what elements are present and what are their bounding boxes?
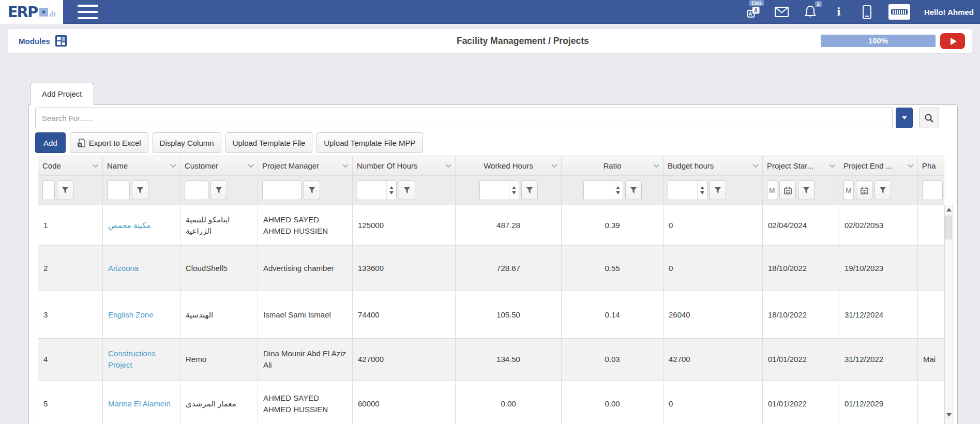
table-scrollbar[interactable] [944, 205, 953, 424]
project-link[interactable]: English Zone [108, 310, 154, 319]
cell-project-end: 31/12/2022 [839, 339, 918, 381]
cell-worked-hours: 134.50 [456, 339, 562, 381]
table-row[interactable]: 4 Constructions Project Remo Dina Mounir… [38, 339, 944, 381]
table-row[interactable]: 3 English Zone الهندسية Ismael Sami Isma… [38, 291, 944, 339]
tab-add-project[interactable]: Add Project [30, 83, 94, 105]
filter-cell-phase [918, 176, 944, 205]
scroll-up-icon[interactable] [946, 208, 952, 211]
end-date-filter-input[interactable] [843, 180, 854, 200]
search-input[interactable] [35, 108, 893, 128]
phone-icon[interactable] [860, 0, 875, 24]
project-link[interactable]: Constructions Project [108, 349, 156, 369]
scrollbar-thumb[interactable] [945, 216, 952, 239]
table-row[interactable]: 1 مكينة محمص ايتامكو للتنمية الزراعية AH… [38, 205, 944, 246]
ratio-filter-button[interactable] [625, 180, 642, 200]
mail-icon[interactable] [775, 0, 789, 24]
cell-name: English Zone [103, 291, 180, 339]
translate-icon: A [747, 5, 760, 19]
search-dropdown-button[interactable] [896, 108, 913, 128]
search-button[interactable] [919, 108, 939, 128]
cell-number-of-hours: 133600 [353, 246, 456, 291]
spinner-control[interactable] [386, 181, 396, 200]
logo-bars-icon [50, 8, 55, 17]
project-link[interactable]: مكينة محمص [108, 221, 150, 230]
col-header-phase[interactable]: Pha [918, 156, 944, 176]
app-logo[interactable]: ERP + [0, 0, 63, 24]
cell-budget-hours: 0 [664, 381, 763, 424]
ratio-filter-input[interactable] [584, 181, 613, 200]
table-row[interactable]: 5 Marina El Alamein معمار المرشدى AHMED … [38, 381, 944, 424]
calendar-icon [784, 187, 792, 194]
cell-code: 5 [38, 381, 103, 424]
hours-filter-input[interactable] [357, 181, 386, 200]
cell-worked-hours: 728.67 [456, 246, 562, 291]
funnel-icon [308, 187, 315, 194]
name-filter-input[interactable] [107, 180, 130, 200]
cell-name: Constructions Project [103, 339, 180, 381]
chevron-down-icon [93, 164, 99, 168]
spinner-up-icon [389, 186, 394, 189]
hours-filter-button[interactable] [399, 180, 415, 200]
worked-filter-input[interactable] [480, 181, 509, 200]
export-excel-button[interactable]: x Export to Excel [70, 132, 148, 153]
progress-bar: 100% [821, 35, 936, 47]
start-date-calendar-button[interactable] [779, 180, 796, 200]
cell-ratio: 0.14 [562, 291, 664, 339]
logo-plus-icon: + [39, 8, 48, 17]
add-button[interactable]: Add [35, 132, 66, 153]
col-header-customer[interactable]: Customer [180, 156, 258, 176]
display-column-button[interactable]: Display Column [153, 132, 221, 153]
language-switcher[interactable]: ENG A [746, 0, 761, 24]
info-icon[interactable]: i [832, 0, 846, 24]
filter-cell-worked-hours [456, 176, 562, 205]
end-date-calendar-button[interactable] [856, 180, 872, 200]
col-header-project-start[interactable]: Project Star... [763, 156, 839, 176]
chevron-down-icon [653, 164, 659, 168]
start-date-filter-input[interactable] [767, 180, 777, 200]
spinner-control[interactable] [613, 181, 623, 200]
col-header-budget-hours[interactable]: Budget hours [664, 156, 763, 176]
name-filter-button[interactable] [132, 180, 148, 200]
budget-filter-button[interactable] [710, 180, 726, 200]
project-link[interactable]: Arizoona [108, 264, 139, 272]
project-link[interactable]: Marina El Alamein [108, 399, 171, 408]
customer-filter-input[interactable] [185, 180, 208, 200]
modules-button[interactable]: Modules [19, 29, 67, 53]
cell-project-manager: Ismael Sami Ismael [258, 291, 353, 339]
col-header-ratio[interactable]: Ratio [562, 156, 664, 176]
budget-filter-input[interactable] [668, 181, 697, 200]
spinner-control[interactable] [697, 181, 707, 200]
table-row[interactable]: 2 Arizoona CloudShell5 Advertising chamb… [38, 246, 944, 291]
language-badge: ENG [749, 0, 764, 6]
code-filter-button[interactable] [57, 180, 73, 200]
worked-filter-button[interactable] [521, 180, 538, 200]
filter-cell-project-end [839, 176, 918, 205]
code-filter-input[interactable] [42, 180, 55, 200]
hamburger-menu-icon[interactable] [78, 5, 98, 19]
cell-phase [918, 381, 944, 424]
col-header-name[interactable]: Name [103, 156, 180, 176]
project-manager-filter-button[interactable] [304, 180, 320, 200]
upload-template-mpp-button[interactable]: Upload Template File MPP [316, 132, 423, 153]
top-navbar: ERP + ENG A 2 [0, 0, 980, 24]
user-greeting: Hello! Ahmed [924, 8, 974, 17]
col-header-worked-hours[interactable]: Worked Hours [456, 156, 562, 176]
avatar[interactable] [888, 4, 910, 20]
col-header-project-end[interactable]: Project End ... [839, 156, 918, 176]
cell-code: 2 [38, 246, 103, 291]
spinner-control[interactable] [509, 181, 519, 200]
phase-filter-input[interactable] [922, 180, 943, 200]
end-date-filter-button[interactable] [875, 180, 891, 200]
upload-template-button[interactable]: Upload Template File [225, 132, 313, 153]
scroll-down-icon[interactable] [946, 413, 952, 417]
customer-filter-button[interactable] [210, 180, 227, 200]
col-header-project-manager[interactable]: Project Manager [258, 156, 353, 176]
avatar-logo [891, 9, 908, 14]
start-date-filter-button[interactable] [798, 180, 815, 200]
notifications-icon[interactable]: 2 [803, 0, 818, 24]
filter-cell-customer [180, 176, 258, 205]
col-header-code[interactable]: Code [38, 156, 103, 176]
col-header-number-of-hours[interactable]: Number Of Hours [353, 156, 456, 176]
project-manager-filter-input[interactable] [262, 180, 301, 200]
play-button[interactable] [940, 33, 965, 49]
